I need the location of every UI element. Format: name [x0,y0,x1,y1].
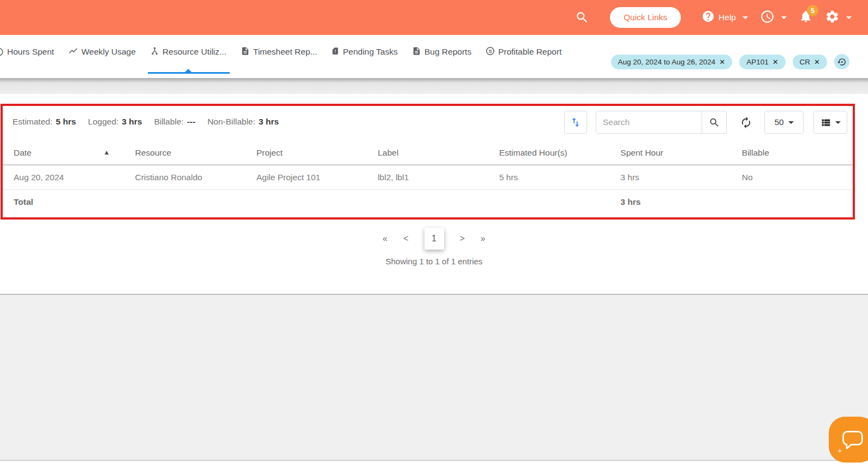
table-header-row: Date ▲ Resource Project Label Estimated … [3,141,853,165]
search-submit-button[interactable] [702,111,726,133]
tab-weekly-usage[interactable]: Weekly Usage [68,44,136,60]
quick-links-button[interactable]: Quick Links [610,7,681,28]
notifications-button[interactable]: 5 [799,9,813,26]
table-search [596,111,727,134]
cell-billable: No [731,165,853,189]
gear-icon [825,9,840,26]
page-size-dropdown[interactable]: 50 [764,111,804,134]
total-spent-hour: 3 hrs [609,189,731,214]
column-header-billable[interactable]: Billable [731,141,853,165]
cell-label: lbl2, lbl1 [367,165,488,189]
summary-stats: Estimated: 5 hrs Logged: 3 hrs Billable:… [13,117,279,127]
chip-label: CR [800,58,811,66]
refresh-button[interactable] [740,116,752,129]
tab-hours-spent[interactable]: Hours Spent [0,44,54,60]
stat-value: 3 hrs [122,117,142,127]
current-page-button[interactable]: 1 [424,228,444,250]
help-label: Help [719,13,736,22]
time-log-menu[interactable] [760,9,787,26]
help-menu[interactable]: Help [702,10,748,25]
column-header-date[interactable]: Date ▲ [3,141,124,165]
first-page-button[interactable]: « [382,234,387,244]
tab-bug-reports[interactable]: Bug Reports [412,44,471,60]
chip-label: Aug 20, 2024 to Aug 26, 2024 [618,58,716,66]
column-header-estimated[interactable]: Estimated Hour(s) [488,141,609,165]
chevron-down-icon [743,16,748,19]
tab-label: Hours Spent [7,47,54,57]
close-icon[interactable]: ✕ [719,58,725,66]
plus-icon: + [837,446,842,455]
cell-resource: Cristiano Ronaldo [124,165,245,189]
tab-pending-tasks[interactable]: Pending Tasks [331,44,398,60]
tab-profitable-report[interactable]: S Profitable Report [486,44,561,60]
tab-label: Weekly Usage [81,47,136,57]
column-header-label[interactable]: Label [367,141,488,165]
document-icon [241,46,250,58]
column-header-resource[interactable]: Resource [124,141,245,165]
tab-label: Timesheet Rep... [253,47,317,57]
filter-chip-project[interactable]: AP101 ✕ [739,55,785,69]
filter-chip-date-range[interactable]: Aug 20, 2024 to Aug 26, 2024 ✕ [611,55,733,69]
close-icon[interactable]: ✕ [814,58,820,66]
cell-estimated: 5 hrs [488,165,609,189]
header-actions: Quick Links Help 5 [575,7,868,28]
tab-timesheet-report[interactable]: Timesheet Rep... [241,44,317,60]
stat-label: Logged: [88,117,118,127]
hub-icon [150,46,159,58]
stat-logged: Logged: 3 hrs [88,117,142,127]
search-icon[interactable] [575,10,589,25]
cell-project: Agile Project 101 [246,165,367,189]
chat-launcher-button[interactable]: + [829,417,868,463]
active-filters: Aug 20, 2024 to Aug 26, 2024 ✕ AP101 ✕ C… [611,54,849,69]
trend-icon [68,46,78,58]
total-label: Total [3,189,124,214]
highlighted-report-panel: Estimated: 5 hrs Logged: 3 hrs Billable:… [1,104,855,220]
sort-arrows-icon [570,116,582,128]
chevron-down-icon [781,16,787,19]
history-icon [837,57,847,67]
prev-page-button[interactable]: < [403,234,408,244]
refresh-icon [740,116,752,129]
clock-icon [0,47,4,57]
page-size-value: 50 [774,117,783,127]
footer-area [0,294,868,461]
table-toolbar: 50 [564,111,847,134]
stat-billable: Billable: --- [154,117,195,127]
stat-label: Estimated: [13,117,52,127]
column-header-spent[interactable]: Spent Hour [609,141,731,165]
cell-spent: 3 hrs [609,165,731,189]
dollar-icon: S [486,46,495,58]
tab-resource-utilization[interactable]: Resource Utiliz... [150,44,226,60]
search-icon [709,117,720,128]
reset-filters-button[interactable] [834,54,849,69]
settings-menu[interactable] [825,9,852,26]
stat-label: Billable: [154,117,183,127]
stat-estimated: Estimated: 5 hrs [13,117,76,127]
cell-date: Aug 20, 2024 [3,165,124,189]
last-page-button[interactable]: » [481,234,486,244]
chip-label: AP101 [746,58,769,66]
report-table: Date ▲ Resource Project Label Estimated … [3,141,853,214]
entries-summary: Showing 1 to 1 of 1 entries [0,257,868,266]
next-page-button[interactable]: > [460,234,465,244]
sort-order-button[interactable] [564,111,587,134]
search-input[interactable] [596,111,702,133]
stat-value: 3 hrs [259,117,279,127]
table-total-row: Total 3 hrs [3,189,853,214]
column-header-project[interactable]: Project [246,141,367,165]
filter-chip-resource[interactable]: CR ✕ [793,55,827,69]
tab-label: Pending Tasks [343,47,398,57]
section-divider [0,78,868,94]
chevron-down-icon [846,16,852,19]
help-icon [702,10,715,25]
stat-value: 5 hrs [56,117,76,127]
sort-asc-icon: ▲ [104,149,110,156]
page: Quick Links Help 5 [0,0,868,468]
stat-label: Non-Billable: [207,117,255,127]
pagination: « < 1 > » [0,228,868,250]
column-settings-dropdown[interactable] [813,111,847,134]
tab-label: Profitable Report [498,47,561,57]
close-icon[interactable]: ✕ [773,58,779,66]
notification-badge: 5 [807,5,818,16]
chevron-down-icon [788,121,794,124]
